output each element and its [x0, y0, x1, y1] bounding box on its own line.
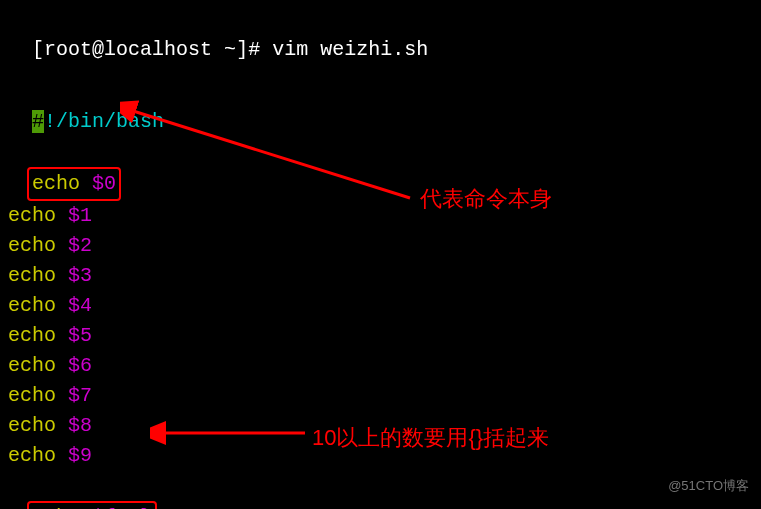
script-line-1: echo $1: [8, 201, 753, 231]
highlight-box-0: echo $0: [27, 167, 121, 201]
script-line-10: echo ${10}: [8, 471, 753, 509]
script-line-0: echo $0: [8, 137, 753, 201]
prompt-host: localhost: [104, 38, 212, 61]
script-line-5: echo $5: [8, 321, 753, 351]
script-line-2: echo $2: [8, 231, 753, 261]
prompt-command: vim weizhi.sh: [272, 38, 428, 61]
prompt-user: root: [44, 38, 92, 61]
script-line-7: echo $7: [8, 381, 753, 411]
cursor: #: [32, 110, 44, 133]
script-line-4: echo $4: [8, 291, 753, 321]
prompt-path: ~: [224, 38, 236, 61]
annotation-2: 10以上的数要用{}括起来: [312, 423, 549, 453]
prompt-symbol: #: [248, 38, 260, 61]
shebang-line: #!/bin/bash: [8, 77, 753, 137]
script-line-3: echo $3: [8, 261, 753, 291]
shell-prompt: [root@localhost ~]# vim weizhi.sh: [8, 5, 753, 65]
script-line-6: echo $6: [8, 351, 753, 381]
annotation-1: 代表命令本身: [420, 184, 552, 214]
watermark: @51CTO博客: [668, 477, 749, 495]
highlight-box-10: echo ${10}: [27, 501, 157, 509]
